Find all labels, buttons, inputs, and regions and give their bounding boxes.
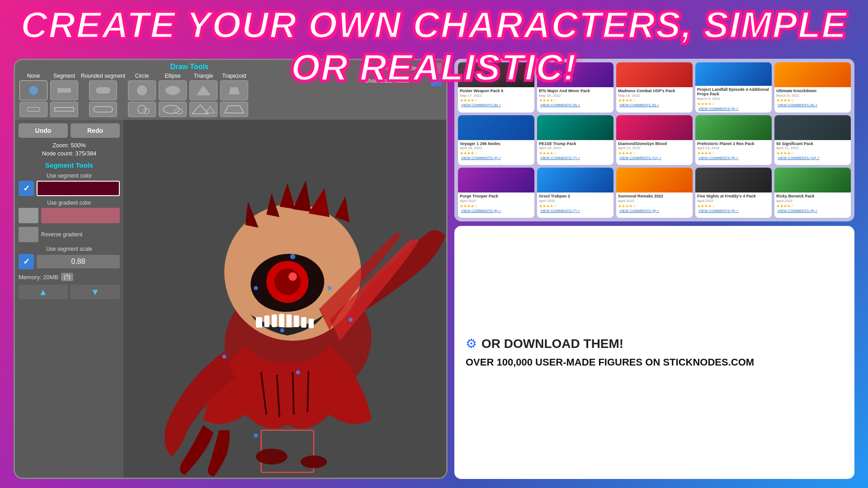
redo-button[interactable]: Redo <box>71 123 120 138</box>
reverse-gradient-section: Reverse gradient <box>19 227 120 242</box>
undo-button[interactable]: Undo <box>19 123 68 138</box>
segment-color-swatch[interactable] <box>37 181 120 196</box>
segment-tools-title: Segment Tools <box>19 161 120 169</box>
triangle-icon2 <box>192 104 215 115</box>
reverse-gradient-swatch <box>19 227 38 242</box>
view-comments-button[interactable]: VIEW COMMENTS (9) + <box>618 208 691 213</box>
card-title: Voyager 1 296 Nodes <box>460 141 533 146</box>
middle-area: Undo Redo Zoom: 500% Node count: 375/384… <box>15 120 446 478</box>
view-comments-button[interactable]: VIEW COMMENTS (8) + <box>697 155 770 160</box>
page-title: CREATE YOUR OWN CHARACTERS, SIMPLE OR RE… <box>21 4 847 88</box>
gradient-color-label: Use gradient color <box>19 200 120 206</box>
circle-icon2 <box>131 104 153 115</box>
card-title: Ricky Berwick Pack <box>776 194 849 199</box>
svg-rect-22 <box>256 317 262 328</box>
svg-rect-3 <box>94 107 113 112</box>
view-comments-button[interactable]: VIEW COMMENTS (9) + <box>539 103 612 108</box>
list-item: DiamondStoneSyn Blood April 13, 2022 ★★★… <box>616 115 693 165</box>
svg-marker-14 <box>225 106 244 113</box>
card-title: Five Nights at Freddy's 4 Pack <box>697 194 770 199</box>
view-comments-button[interactable]: VIEW COMMENTS (6) + <box>697 106 770 111</box>
nav-down-button[interactable]: ▼ <box>71 285 120 299</box>
scale-checkbox[interactable]: ✓ <box>19 254 34 269</box>
list-item: Ricky Berwick Pack April 2022 ★★★★☆ VIEW… <box>774 168 851 218</box>
card-title: Poster Weapon Pack 6 <box>460 89 533 94</box>
character-canvas <box>123 120 446 478</box>
right-panel: Poster Weapon Pack 6 May 17, 2022 ★★★★☆ … <box>454 59 854 479</box>
scale-value: 0.88 <box>37 255 120 268</box>
download-title: OR DOWNLOAD THEM! <box>481 336 623 352</box>
gradient-swatch1[interactable] <box>19 208 38 223</box>
list-item: 50 Significant Pack April 11, 2022 ★★★★☆… <box>774 115 851 165</box>
download-icon: ⚙ <box>466 336 477 351</box>
svg-rect-26 <box>286 314 292 327</box>
svg-point-6 <box>144 108 149 114</box>
card-title: DiamondStoneSyn Blood <box>618 141 691 146</box>
memory-row: Memory: 20MB (?) <box>19 273 120 281</box>
card-title: PE1SE Trump Pack <box>539 141 612 146</box>
list-item: PE1SE Trump Pack April 15, 2022 ★★★★☆ VI… <box>537 115 613 165</box>
card-thumbnail <box>458 115 534 140</box>
main-content: Draw Tools None Segment <box>14 59 854 479</box>
svg-point-39 <box>280 328 284 332</box>
view-comments-button[interactable]: VIEW COMMENTS (8) + <box>776 208 849 213</box>
svg-rect-29 <box>308 319 314 328</box>
view-comments-button[interactable]: VIEW COMMENTS (6) + <box>460 208 533 213</box>
nav-up-button[interactable]: ▲ <box>19 285 68 299</box>
svg-point-43 <box>254 433 258 437</box>
svg-rect-25 <box>279 314 284 327</box>
view-comments-button[interactable]: VIEW COMMENTS (10) + <box>776 155 849 160</box>
card-thumbnail <box>695 168 772 192</box>
svg-point-40 <box>349 318 353 322</box>
card-title: Groul Trabpan 2 <box>539 194 612 199</box>
svg-rect-28 <box>301 317 307 328</box>
svg-point-41 <box>222 354 226 358</box>
nav-arrows: ▲ ▼ <box>19 285 120 299</box>
card-thumbnail <box>537 168 613 192</box>
scale-section: Use segment scale ✓ 0.88 <box>19 246 120 269</box>
card-thumbnail <box>458 168 534 192</box>
view-comments-button[interactable]: VIEW COMMENTS (5) + <box>618 103 691 108</box>
card-title: Prehistoric Planet 3 Rex Pack <box>697 141 770 146</box>
view-comments-button[interactable]: VIEW COMMENTS (8) + <box>776 103 849 108</box>
view-comments-button[interactable]: VIEW COMMENTS (9) + <box>460 155 533 160</box>
view-comments-button[interactable]: VIEW COMMENTS (7) + <box>539 155 612 160</box>
download-subtitle: OVER 100,000 USER-MADE FIGURES ON STICKN… <box>466 356 843 369</box>
canvas-area[interactable] <box>123 120 446 478</box>
gradient-color-section: Use gradient color <box>19 200 120 223</box>
segment-color-checkbox[interactable]: ✓ <box>19 181 34 196</box>
svg-point-45 <box>256 449 288 465</box>
list-item: Prehistoric Planet 3 Rex Pack April 13, … <box>695 115 772 165</box>
card-thumbnail <box>537 115 613 140</box>
view-comments-button[interactable]: VIEW COMMENTS (8) + <box>460 103 533 108</box>
card-thumbnail <box>695 115 772 140</box>
list-item: Sunnoval Remake 2022 April 2022 ★★★★☆ VI… <box>616 168 693 218</box>
svg-point-8 <box>163 105 179 113</box>
gradient-swatch2[interactable] <box>41 208 120 223</box>
help-button[interactable]: (?) <box>61 273 73 281</box>
segment-color-section: Use segment color ✓ <box>19 173 120 196</box>
segment-icon2 <box>53 104 75 115</box>
svg-rect-24 <box>272 314 277 327</box>
svg-point-20 <box>274 269 301 295</box>
svg-rect-23 <box>264 315 270 327</box>
download-panel: ⚙ OR DOWNLOAD THEM! OVER 100,000 USER-MA… <box>454 226 854 479</box>
app-panel: Draw Tools None Segment <box>14 59 448 479</box>
left-sidebar: Undo Redo Zoom: 500% Node count: 375/384… <box>15 120 123 478</box>
card-title: Sunnoval Remake 2022 <box>618 194 691 199</box>
svg-point-38 <box>327 286 331 290</box>
view-comments-button[interactable]: VIEW COMMENTS (5) + <box>697 208 770 213</box>
card-thumbnail <box>616 168 693 192</box>
view-comments-button[interactable]: VIEW COMMENTS (7) + <box>539 208 612 213</box>
list-item: Groul Trabpan 2 April 2022 ★★★★☆ VIEW CO… <box>537 168 613 218</box>
svg-point-36 <box>290 254 296 259</box>
undo-redo-row: Undo Redo <box>19 123 120 138</box>
svg-point-46 <box>301 455 327 468</box>
rounded-segment-icon2 <box>92 104 114 115</box>
card-title: Madness Combat USP's Pack <box>618 89 691 94</box>
view-comments-button[interactable]: VIEW COMMENTS (11) + <box>618 155 691 160</box>
title-banner: CREATE YOUR OWN CHARACTERS, SIMPLE OR RE… <box>0 4 868 89</box>
reverse-gradient-label: Reverse gradient <box>41 231 82 238</box>
svg-point-37 <box>254 286 258 290</box>
zoom-info: Zoom: 500% Node count: 375/384 <box>19 141 120 158</box>
